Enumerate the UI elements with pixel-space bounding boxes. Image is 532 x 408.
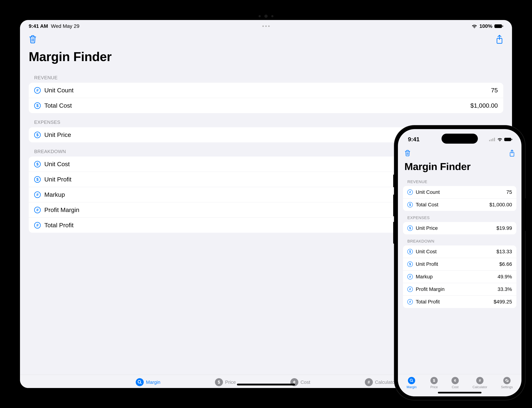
multitask-dots[interactable] (262, 26, 270, 27)
hash-circle-icon: # (476, 377, 483, 384)
row-value: $13.33 (496, 249, 512, 255)
row-label: Unit Price (416, 225, 493, 231)
tab-price[interactable]: $ Price (430, 377, 438, 389)
ipad-status-bar: 9:41 AM Wed May 29 100% (20, 20, 512, 29)
section-header-revenue: REVENUE (29, 75, 503, 83)
tab-margin[interactable]: Margin (136, 378, 160, 386)
row-value: 49.9% (498, 274, 512, 280)
row-label: Unit Profit (416, 261, 496, 267)
row-value: $19.99 (496, 225, 512, 231)
iphone-content[interactable]: REVENUE # Unit Count 75 $ Total Cost $1,… (398, 175, 522, 374)
tab-label: Calculator (375, 379, 396, 385)
row-value: 75 (506, 189, 512, 195)
row-value: 75 (491, 87, 498, 94)
magnifier-icon (136, 378, 144, 386)
iphone-side-button (393, 195, 394, 216)
cent-circle-icon: ¢ (451, 377, 459, 384)
dynamic-island (441, 134, 478, 144)
hash-icon: # (407, 287, 413, 292)
dollar-circle-icon: $ (431, 377, 438, 384)
row-total-profit[interactable]: # Total Profit $499.25 (403, 296, 516, 308)
page-title: Margin Finder (398, 159, 522, 175)
trash-button[interactable] (404, 149, 411, 157)
hash-circle-icon: # (365, 378, 373, 386)
tab-label: Margin (146, 379, 160, 385)
gear-icon (503, 377, 511, 384)
status-time: 9:41 (408, 136, 420, 143)
hash-icon: # (407, 299, 413, 305)
section-breakdown: BREAKDOWN $ Unit Cost $13.33 $ Unit Prof… (403, 239, 516, 308)
row-unit-price[interactable]: $ Unit Price $19.99 (403, 222, 516, 234)
ipad-camera-cluster (258, 15, 274, 18)
row-label: Profit Margin (416, 286, 495, 292)
row-value: $499.25 (494, 299, 512, 305)
row-label: Unit Count (416, 189, 503, 195)
hash-icon: # (34, 222, 41, 229)
row-profit-margin[interactable]: # Profit Margin 33.3% (403, 283, 516, 296)
battery-percent: 100% (479, 23, 492, 29)
dollar-icon: $ (34, 132, 41, 138)
tab-price[interactable]: $ Price (215, 378, 236, 386)
section-revenue: REVENUE # Unit Count 75 $ Total Cost $1,… (29, 75, 503, 113)
magnifier-icon (408, 377, 415, 384)
section-header-expenses: EXPENSES (403, 215, 516, 222)
row-value: $1,000.00 (470, 102, 498, 109)
tab-settings[interactable]: Settings (501, 377, 513, 389)
section-expenses: EXPENSES $ Unit Price $19.99 (403, 215, 516, 234)
section-body-expenses: $ Unit Price $19.99 (403, 222, 516, 234)
section-body-breakdown: $ Unit Cost $13.33 $ Unit Profit $6.66 #… (403, 246, 516, 308)
dollar-icon: $ (407, 249, 413, 254)
dollar-icon: $ (34, 176, 41, 183)
row-unit-cost[interactable]: $ Unit Cost $13.33 (403, 246, 516, 258)
row-unit-count[interactable]: # Unit Count 75 (403, 186, 516, 199)
row-label: Total Cost (416, 202, 486, 208)
svg-rect-7 (504, 138, 511, 141)
tab-label: Calculator (473, 385, 487, 389)
hash-icon: # (407, 274, 413, 280)
row-value: $1,000.00 (489, 202, 512, 208)
wifi-icon (471, 24, 477, 28)
svg-line-6 (141, 383, 141, 384)
row-total-cost[interactable]: $ Total Cost $1,000.00 (403, 199, 516, 211)
wifi-icon (497, 137, 503, 141)
dollar-icon: $ (34, 102, 41, 109)
status-time: 9:41 AM (29, 23, 48, 29)
home-indicator[interactable] (438, 392, 482, 393)
tab-calculator[interactable]: # Calculator (365, 378, 396, 386)
section-header-revenue: REVENUE (403, 179, 516, 186)
hash-icon: # (34, 207, 41, 213)
svg-line-13 (412, 381, 413, 382)
page-title: Margin Finder (20, 46, 512, 68)
dollar-icon: $ (407, 225, 413, 231)
iphone-side-button (525, 198, 526, 231)
hash-icon: # (34, 191, 41, 198)
tab-cost[interactable]: ¢ Cost (451, 377, 459, 389)
iphone-toolbar (398, 143, 522, 159)
row-unit-profit[interactable]: $ Unit Profit $6.66 (403, 258, 516, 271)
iphone-screen: 9:41 Margin Finder REVENUE (398, 129, 522, 396)
battery-icon (494, 24, 503, 28)
tab-label: Cost (300, 379, 310, 385)
tab-label: Margin (407, 385, 417, 389)
row-value: 33.3% (498, 286, 512, 292)
tab-calculator[interactable]: # Calculator (473, 377, 487, 389)
svg-rect-8 (511, 139, 512, 140)
tab-margin[interactable]: Margin (407, 377, 417, 389)
section-revenue: REVENUE # Unit Count 75 $ Total Cost $1,… (403, 179, 516, 211)
share-button[interactable] (509, 149, 515, 157)
row-markup[interactable]: # Markup 49.9% (403, 271, 516, 283)
hash-icon: # (407, 189, 413, 195)
share-button[interactable] (496, 34, 503, 44)
home-indicator[interactable] (237, 384, 295, 385)
row-label: Total Profit (416, 299, 491, 305)
row-total-cost[interactable]: $ Total Cost $1,000.00 (29, 98, 503, 113)
trash-button[interactable] (29, 35, 37, 44)
dollar-icon: $ (407, 262, 413, 267)
dollar-icon: $ (34, 161, 41, 168)
tab-label: Cost (452, 385, 458, 389)
iphone-device-frame: 9:41 Margin Finder REVENUE (394, 126, 525, 400)
section-body-revenue: # Unit Count 75 $ Total Cost $1,000.00 (29, 83, 503, 113)
row-unit-count[interactable]: # Unit Count 75 (29, 83, 503, 98)
dollar-circle-icon: $ (215, 378, 223, 386)
section-header-breakdown: BREAKDOWN (403, 239, 516, 246)
